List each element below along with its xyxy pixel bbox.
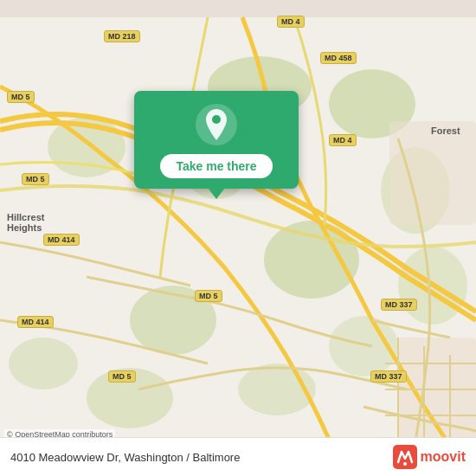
road-label-md5-bottom: MD 5 (108, 370, 136, 383)
popup-card: Take me there (134, 91, 299, 189)
road-label-md5-left: MD 5 (7, 91, 35, 103)
svg-point-24 (403, 462, 407, 466)
map-label-hillcrest: HillcrestHeights (7, 212, 44, 233)
svg-point-22 (212, 115, 221, 124)
map-container: MD 4 MD 218 MD 458 MD 5 MD 4 MD 5 MD 414… (0, 0, 476, 476)
location-icon-circle (196, 104, 237, 145)
address-text: 4010 Meadowview Dr, Washington / Baltimo… (10, 451, 240, 464)
road-label-md337-right: MD 337 (381, 299, 417, 311)
road-label-md414-top: MD 414 (43, 234, 80, 246)
svg-point-4 (264, 221, 359, 299)
svg-point-11 (9, 338, 78, 389)
location-pin-icon (203, 109, 230, 140)
bottom-bar: 4010 Meadowview Dr, Washington / Baltimo… (0, 437, 476, 476)
road-label-md414-bot: MD 414 (17, 316, 54, 328)
moovit-logo: moovit (393, 445, 466, 469)
svg-rect-13 (389, 121, 476, 225)
moovit-icon (393, 445, 417, 469)
road-label-md337-bot: MD 337 (370, 370, 407, 383)
road-label-md4-mid: MD 4 (329, 134, 357, 146)
take-me-there-button[interactable]: Take me there (160, 154, 272, 178)
road-label-md5-mid: MD 5 (22, 173, 49, 185)
map-label-forest: Forest (431, 125, 460, 136)
road-label-md4-top: MD 4 (277, 16, 305, 28)
road-label-md458: MD 458 (320, 52, 357, 64)
road-label-md218: MD 218 (104, 30, 140, 42)
road-label-md5-bot: MD 5 (195, 290, 222, 302)
moovit-text: moovit (421, 449, 466, 465)
